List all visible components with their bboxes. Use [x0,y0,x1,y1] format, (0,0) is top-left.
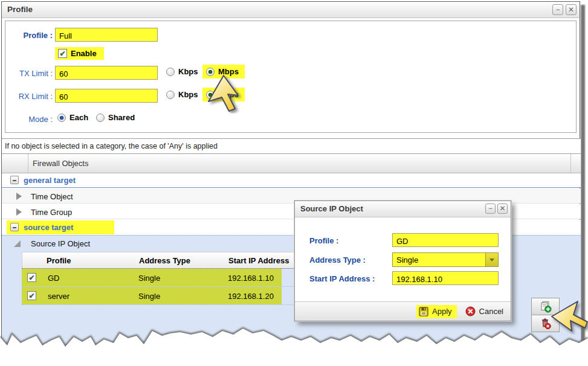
close-icon: ✕ [568,5,574,14]
minimize-icon: − [555,5,560,14]
collapse-minus-icon[interactable] [10,223,19,231]
dialog-footer: Apply Cancel [295,301,511,321]
selected-option: Single [396,255,418,265]
mode-each-radio-group[interactable]: Each [57,113,88,122]
cell-start-ip: 192.168.1.10 [228,274,274,283]
row-checkbox[interactable]: ✔ [27,291,36,300]
mode-shared-radio-group[interactable]: Shared [96,113,135,122]
dialog-minimize-button[interactable]: − [485,204,496,214]
source-ip-object-dialog: Source IP Object − ✕ Profile : Address T… [294,201,511,321]
expanded-triangle-icon[interactable] [14,240,21,247]
cell-start-ip: 192.168.1.20 [228,292,274,301]
cancel-x-icon [465,306,476,316]
mode-shared-label: Shared [108,113,135,122]
rx-kbps-radio[interactable] [166,91,175,99]
dropdown-arrow-icon[interactable] [485,253,498,266]
tx-kbps-label: Kbps [178,67,198,76]
minimize-icon: − [488,204,493,213]
tx-kbps-radio-group[interactable]: Kbps [166,67,198,76]
rx-limit-input[interactable] [55,89,158,103]
rx-kbps-label: Kbps [178,90,198,99]
cell-address-type: Single [138,292,160,301]
source-target-label: source target [24,223,73,232]
check-icon: ✔ [28,292,34,300]
tx-limit-label: TX Limit : [7,69,53,78]
check-icon: ✔ [28,274,34,281]
cell-address-type: Single [138,274,160,283]
cancel-button[interactable]: Cancel [465,306,503,316]
column-header-start-ip: Start IP Address [228,256,289,265]
column-header-profile: Profile [47,256,71,265]
time-object-label: Time Object [31,192,73,201]
cancel-button-label: Cancel [479,307,503,316]
time-group-label: Time Group [31,208,72,217]
expand-triangle-icon[interactable] [16,193,22,200]
mode-label: Mode : [7,115,53,124]
save-floppy-icon [419,307,428,316]
cell-profile: server [48,292,69,301]
cell-profile: GD [48,274,60,283]
profile-form-panel: Profile : ✔ Enable TX Limit : Kbps Mbps … [5,21,577,133]
dialog-profile-label: Profile : [309,236,338,245]
table-row[interactable]: ✔ GD Single 192.168.1.10 [22,269,296,287]
enable-checkbox[interactable]: ✔ [58,49,67,58]
dialog-close-button[interactable]: ✕ [497,204,508,214]
row-checkbox[interactable]: ✔ [27,273,36,282]
screenshot-canvas: Profile − ✕ Profile : ✔ Enable TX Limit … [0,0,588,366]
dialog-address-type-label: Address Type : [309,255,366,265]
rx-limit-label: RX Limit : [7,92,53,101]
tx-limit-input[interactable] [55,66,158,80]
minimize-button[interactable]: − [552,4,563,15]
profile-input[interactable] [55,28,158,42]
enable-label: Enable [71,49,97,58]
dialog-body: Profile : Address Type : Single Start IP… [295,217,511,303]
check-icon: ✔ [59,50,65,57]
header-column-divider [28,154,28,173]
rx-kbps-radio-group[interactable]: Kbps [166,90,198,99]
source-ip-table: Profile Address Type Start IP Address ✔ … [22,252,296,305]
table-row[interactable]: ✔ server Single 192.168.1.20 [22,287,296,305]
window-drop-shadow [581,5,585,343]
enable-checkbox-group[interactable]: ✔ Enable [55,47,104,60]
dialog-profile-input[interactable] [392,233,499,247]
dialog-address-type-select[interactable]: Single [392,252,499,267]
column-header-address-type: Address Type [139,256,190,265]
pointer-cursor-annotation [551,297,588,335]
mode-each-radio[interactable] [57,114,66,122]
tree-group-general-target[interactable]: general target [2,173,581,188]
close-icon: ✕ [499,204,505,213]
general-target-label: general target [24,176,76,185]
dialog-titlebar: Source IP Object − ✕ [295,201,511,217]
profile-label: Profile : [14,31,53,40]
expand-triangle-icon[interactable] [16,208,22,216]
dialog-start-ip-label: Start IP Address : [309,274,375,283]
notice-bar: If no object is selected in a category, … [2,138,581,154]
firewall-objects-header: Firewall Objects [2,154,581,173]
collapse-minus-icon[interactable] [10,176,19,184]
close-button[interactable]: ✕ [566,4,577,15]
source-ip-object-label: Source IP Object [31,239,90,248]
dialog-title: Source IP Object [300,204,363,213]
apply-button-label: Apply [432,307,452,316]
mode-each-label: Each [69,113,88,122]
header-right-divider [570,154,571,173]
add-item-icon [540,301,552,313]
window-titlebar: Profile − ✕ [2,2,580,18]
window-title: Profile [7,5,33,14]
tx-kbps-radio[interactable] [166,68,175,76]
notice-text: If no object is selected in a category, … [5,142,218,150]
pointer-cursor-annotation [204,75,244,114]
firewall-objects-header-label: Firewall Objects [33,159,88,168]
table-header-row: Profile Address Type Start IP Address [22,252,296,269]
mode-shared-radio[interactable] [96,114,105,122]
apply-button[interactable]: Apply [416,305,457,318]
torn-edge-decoration [0,319,588,366]
dialog-start-ip-input[interactable] [392,271,499,285]
